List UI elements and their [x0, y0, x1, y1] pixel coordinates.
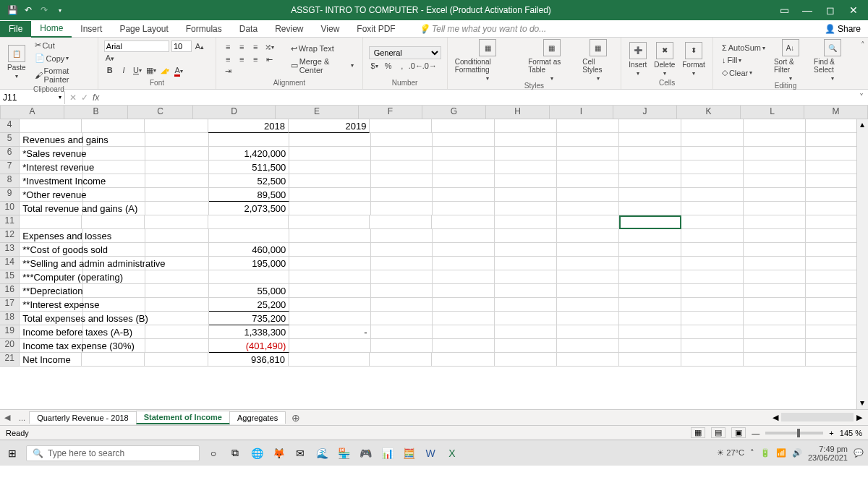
cell-B4[interactable] [82, 119, 144, 133]
cell-I12[interactable] [557, 229, 619, 243]
font-name-input[interactable] [104, 40, 169, 52]
column-header-C[interactable]: C [128, 106, 193, 119]
cell-E20[interactable] [289, 339, 370, 353]
font-size-input[interactable] [171, 40, 192, 52]
cell-D4[interactable]: 2018 [208, 119, 289, 133]
app-icon-edge[interactable]: 🌊 [314, 445, 330, 461]
cell-I5[interactable] [557, 133, 619, 147]
cell-I7[interactable] [557, 160, 619, 174]
cell-A6[interactable]: *Sales revenue [20, 147, 83, 160]
tab-review[interactable]: Review [266, 21, 312, 37]
battery-icon[interactable]: 🔋 [760, 448, 770, 458]
zoom-level[interactable]: 145 % [840, 429, 862, 437]
delete-cells-button[interactable]: ✖Delete▾ [652, 42, 676, 77]
cell-B16[interactable] [83, 284, 145, 298]
cell-L20[interactable] [744, 339, 806, 353]
app-icon-xbox[interactable]: 🎮 [357, 445, 373, 461]
cell-H11[interactable] [495, 215, 557, 229]
wrap-text-button[interactable]: ↩ Wrap Text [288, 43, 357, 55]
cell-D13[interactable]: 460,000 [209, 243, 289, 257]
cell-A7[interactable]: *Interest revenue [20, 160, 83, 174]
cell-B13[interactable] [83, 243, 145, 257]
cell-D10[interactable]: 2,073,500 [209, 202, 289, 215]
cell-C17[interactable] [145, 298, 209, 312]
cell-C16[interactable] [145, 284, 209, 298]
insert-cells-button[interactable]: ➕Insert▾ [627, 42, 648, 77]
cell-D16[interactable]: 55,000 [209, 284, 289, 298]
merge-center-button[interactable]: ▭ Merge & Center ▾ [288, 56, 357, 76]
cell-I16[interactable] [557, 284, 619, 298]
percent-format-icon[interactable]: % [383, 60, 394, 72]
sheet-tab-statement[interactable]: Statement of Income [136, 411, 230, 424]
expand-formula-bar-icon[interactable]: ˅ [859, 93, 868, 103]
fill-color-icon[interactable]: ◢▾ [159, 65, 171, 77]
cell-K12[interactable] [681, 229, 744, 243]
cell-C7[interactable] [145, 160, 209, 174]
cell-J13[interactable] [619, 243, 681, 257]
cell-I10[interactable] [557, 202, 619, 215]
cell-J14[interactable] [619, 257, 681, 270]
cell-K13[interactable] [681, 243, 744, 257]
taskbar-search[interactable]: 🔍 Type here to search [26, 445, 200, 461]
tab-file[interactable]: File [0, 21, 31, 37]
cell-A15[interactable]: ***Computer (operating) [20, 270, 83, 284]
cell-I17[interactable] [557, 298, 619, 312]
cell-E6[interactable] [289, 147, 370, 160]
cell-D21[interactable]: 936,810 [208, 353, 289, 367]
cell-L18[interactable] [744, 312, 806, 325]
borders-icon[interactable]: ▦▾ [145, 65, 157, 77]
cell-E11[interactable] [289, 215, 370, 229]
cell-A21[interactable]: Net Income [20, 353, 82, 367]
column-header-E[interactable]: E [276, 106, 359, 119]
cell-I15[interactable] [557, 270, 619, 284]
app-icon-mail[interactable]: ✉ [292, 445, 308, 461]
column-header-A[interactable]: A [1, 106, 64, 119]
notifications-icon[interactable]: 💬 [854, 448, 864, 458]
cell-J19[interactable] [619, 325, 681, 339]
cell-F13[interactable] [371, 243, 433, 257]
tab-formulas[interactable]: Formulas [177, 21, 231, 37]
cell-I8[interactable] [557, 174, 619, 188]
cell-F10[interactable] [371, 202, 433, 215]
cell-I9[interactable] [557, 188, 619, 202]
cell-C6[interactable] [145, 147, 209, 160]
cell-J16[interactable] [619, 284, 681, 298]
column-header-L[interactable]: L [741, 106, 804, 119]
hscroll-right-icon[interactable]: ▶ [856, 413, 862, 422]
cell-I20[interactable] [557, 339, 619, 353]
cell-B8[interactable] [83, 174, 145, 188]
cell-H16[interactable] [495, 284, 557, 298]
cell-J15[interactable] [619, 270, 681, 284]
cell-E5[interactable] [289, 133, 370, 147]
cell-B7[interactable] [83, 160, 145, 174]
cell-E18[interactable] [289, 312, 370, 325]
app-icon-office[interactable]: 📊 [379, 445, 395, 461]
cell-J20[interactable] [619, 339, 681, 353]
cell-L16[interactable] [744, 284, 806, 298]
cell-F20[interactable] [371, 339, 433, 353]
cell-B19[interactable] [83, 325, 145, 339]
cell-L5[interactable] [744, 133, 806, 147]
cell-styles-button[interactable]: ▦Cell Styles▾ [581, 39, 615, 82]
sheet-nav-dots[interactable]: ... [14, 414, 30, 422]
cell-F15[interactable] [371, 270, 433, 284]
cell-A11[interactable] [20, 215, 82, 229]
cell-J10[interactable] [619, 202, 681, 215]
cancel-formula-icon[interactable]: ✕ [69, 93, 77, 103]
cell-D9[interactable]: 89,500 [209, 188, 289, 202]
cell-K15[interactable] [681, 270, 744, 284]
app-icon-excel[interactable]: X [444, 445, 460, 461]
cell-C21[interactable] [145, 353, 208, 367]
cell-G12[interactable] [433, 229, 495, 243]
save-icon[interactable]: 💾 [7, 5, 17, 15]
cell-H5[interactable] [495, 133, 557, 147]
row-header-9[interactable]: 9 [0, 188, 20, 202]
cell-C11[interactable] [145, 215, 208, 229]
cell-A16[interactable]: **Depreciation [20, 284, 83, 298]
align-top-icon[interactable]: ≡ [222, 41, 234, 53]
row-header-5[interactable]: 5 [0, 133, 20, 147]
column-header-H[interactable]: H [486, 106, 550, 119]
cell-B18[interactable] [83, 312, 145, 325]
cell-E8[interactable] [289, 174, 370, 188]
cell-H12[interactable] [495, 229, 557, 243]
